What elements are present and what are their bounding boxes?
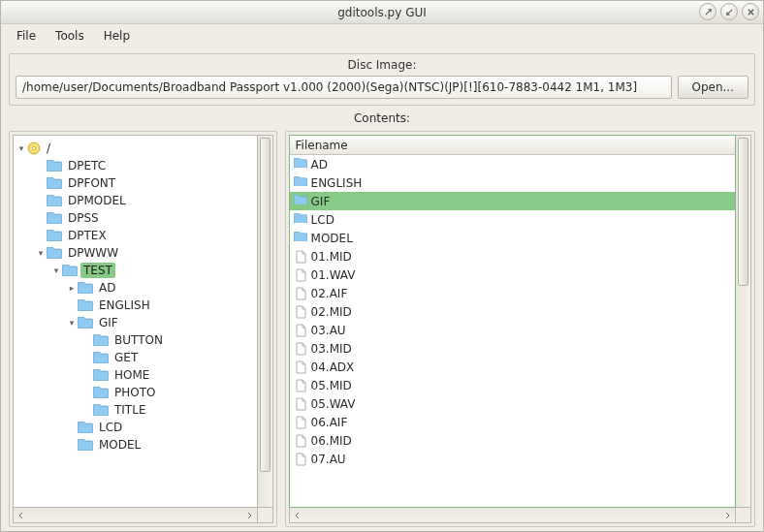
list-row[interactable]: 01.MID <box>290 247 735 266</box>
list-row[interactable]: ENGLISH <box>290 173 735 192</box>
tree-item[interactable]: DPMODEL <box>16 192 255 209</box>
tree-item[interactable]: TITLE <box>16 401 255 419</box>
menu-file[interactable]: File <box>7 26 46 46</box>
file-list[interactable]: ADENGLISHGIFLCDMODEL01.MID01.WAV02.AIF02… <box>290 155 735 507</box>
list-row[interactable]: 02.MID <box>290 302 735 321</box>
list-row[interactable]: 03.AU <box>290 321 735 339</box>
list-vscrollbar[interactable] <box>736 135 751 508</box>
tree-label: LCD <box>96 420 125 435</box>
tree-label: AD <box>96 280 118 296</box>
tree-item[interactable]: ▸AD <box>16 279 255 297</box>
tree-item[interactable]: HOME <box>16 366 255 384</box>
tree-item[interactable]: DPFONT <box>16 174 255 192</box>
tree-label: GET <box>111 350 141 365</box>
folder-icon <box>93 334 109 346</box>
filename: 02.MID <box>311 305 352 319</box>
scroll-left-icon[interactable] <box>14 508 29 522</box>
file-icon <box>294 342 307 356</box>
tree-vscrollbar[interactable] <box>258 135 273 508</box>
tree-pane: ▾/DPETCDPFONTDPMODELDPSSDPTEX▾DPWWW▾TEST… <box>9 131 277 527</box>
expand-icon[interactable]: ▾ <box>35 248 47 258</box>
minimize-button[interactable] <box>699 3 716 20</box>
list-row[interactable]: 02.AIF <box>290 284 735 302</box>
list-row[interactable]: 07.AU <box>290 450 735 468</box>
tree-label: TITLE <box>111 402 148 418</box>
expand-icon[interactable]: ▸ <box>66 283 78 293</box>
file-icon <box>294 360 307 374</box>
list-row[interactable]: 05.WAV <box>290 394 735 413</box>
expand-icon[interactable]: ▾ <box>16 143 27 153</box>
list-row[interactable]: LCD <box>290 210 735 229</box>
folder-icon <box>294 176 307 190</box>
tree-item[interactable]: ▾DPWWW <box>16 244 255 262</box>
file-icon <box>294 379 307 392</box>
open-button[interactable]: Open... <box>678 76 749 99</box>
expand-icon[interactable]: ▾ <box>50 266 62 275</box>
tree-root[interactable]: ▾/ <box>16 140 255 157</box>
window-controls <box>699 3 759 20</box>
scroll-right-icon[interactable] <box>719 508 735 522</box>
filename: MODEL <box>311 232 353 245</box>
tree-item[interactable]: DPTEX <box>16 227 255 244</box>
list-row[interactable]: GIF <box>290 192 735 210</box>
filename: 01.WAV <box>311 268 356 282</box>
file-icon <box>294 453 307 466</box>
filename: 02.AIF <box>311 287 348 300</box>
folder-icon <box>47 247 62 259</box>
tree-label: DPSS <box>65 210 102 226</box>
folder-icon <box>47 212 62 224</box>
tree-item[interactable]: ENGLISH <box>16 297 255 314</box>
list-vscroll-thumb[interactable] <box>738 138 748 286</box>
list-row[interactable]: 01.WAV <box>290 266 735 284</box>
maximize-button[interactable] <box>720 3 738 20</box>
list-row[interactable]: 06.AIF <box>290 413 735 431</box>
tree-item[interactable]: LCD <box>16 419 255 436</box>
tree-item[interactable]: MODEL <box>16 436 255 454</box>
list-row[interactable]: MODEL <box>290 229 735 247</box>
panes: ▾/DPETCDPFONTDPMODELDPSSDPTEX▾DPWWW▾TEST… <box>1 127 763 531</box>
tree-item[interactable]: PHOTO <box>16 384 255 401</box>
expand-icon[interactable]: ▾ <box>66 318 78 328</box>
tree-item[interactable]: ▾TEST <box>16 262 255 279</box>
directory-tree[interactable]: ▾/DPETCDPFONTDPMODELDPSSDPTEX▾DPWWW▾TEST… <box>14 136 257 457</box>
scroll-right-icon[interactable] <box>241 508 257 522</box>
tree-label: BUTTON <box>111 332 166 348</box>
list-header[interactable]: Filename <box>290 136 735 155</box>
folder-icon <box>47 160 62 172</box>
list-row[interactable]: 05.MID <box>290 376 735 394</box>
scroll-left-icon[interactable] <box>290 508 305 522</box>
filename: ENGLISH <box>311 176 363 190</box>
list-row[interactable]: 03.MID <box>290 339 735 358</box>
list-row[interactable]: AD <box>290 155 735 173</box>
tree-item[interactable]: GET <box>16 349 255 366</box>
tree-hscrollbar[interactable] <box>13 508 258 523</box>
tree-scrollview[interactable]: ▾/DPETCDPFONTDPMODELDPSSDPTEX▾DPWWW▾TEST… <box>13 135 258 508</box>
folder-icon <box>47 177 62 189</box>
tree-label: DPTEX <box>65 228 110 243</box>
close-button[interactable] <box>742 3 759 20</box>
tree-item[interactable]: DPETC <box>16 157 255 174</box>
folder-icon <box>294 195 307 208</box>
tree-item[interactable]: DPSS <box>16 209 255 227</box>
list-row[interactable]: 04.ADX <box>290 358 735 376</box>
tree-item[interactable]: ▾GIF <box>16 314 255 331</box>
tree-vscroll-thumb[interactable] <box>260 138 271 472</box>
tree-label: TEST <box>80 263 115 278</box>
disc-image-label: Disc Image: <box>348 58 417 72</box>
tree-label: DPETC <box>65 158 109 173</box>
filename: 03.AU <box>311 324 346 337</box>
menu-tools[interactable]: Tools <box>46 26 94 46</box>
menu-help[interactable]: Help <box>94 26 140 46</box>
file-icon <box>294 416 307 429</box>
file-icon <box>294 434 307 448</box>
filename: GIF <box>311 195 331 208</box>
folder-icon <box>294 158 307 172</box>
svg-point-1 <box>32 146 35 149</box>
file-icon <box>294 268 307 282</box>
disc-image-section: Disc Image: /home/user/Documents/Broadba… <box>9 53 755 106</box>
tree-item[interactable]: BUTTON <box>16 331 255 349</box>
list-hscrollbar[interactable] <box>289 508 736 523</box>
folder-icon <box>93 387 109 398</box>
list-row[interactable]: 06.MID <box>290 431 735 450</box>
list-scrollview[interactable]: Filename ADENGLISHGIFLCDMODEL01.MID01.WA… <box>289 135 736 508</box>
